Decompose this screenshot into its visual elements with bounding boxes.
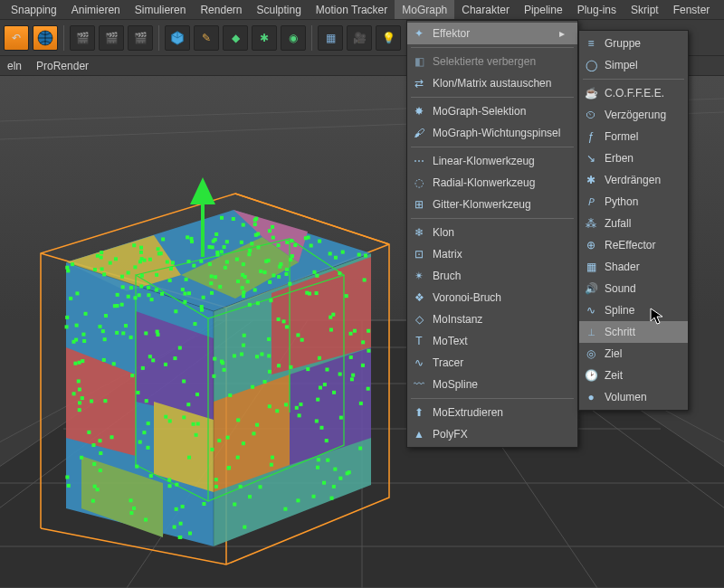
menu-item-voronoi-bruch[interactable]: ❖Voronoi-Bruch: [407, 287, 577, 308]
menu-item-ziel[interactable]: ◎Ziel: [579, 343, 688, 365]
menu-item-klon[interactable]: ❄Klon: [407, 222, 577, 243]
subtab-eln[interactable]: eln: [7, 60, 22, 72]
menu-item-selektierte-verbergen[interactable]: ◧Selektierte verbergen: [407, 51, 577, 72]
menu-item-mospline[interactable]: 〰MoSpline: [407, 374, 577, 395]
menu-item-radial-klonwerkzeug[interactable]: ◌Radial-Klonwerkzeug: [407, 172, 577, 194]
svg-rect-205: [233, 503, 236, 507]
tool-clapper-2[interactable]: 🎬: [99, 25, 124, 51]
svg-rect-242: [268, 229, 272, 232]
main-menubar: SnappingAnimierenSimulierenRendernSculpt…: [0, 0, 724, 20]
svg-rect-225: [144, 331, 148, 335]
simple-icon: ◯: [583, 57, 599, 73]
menu-snapping[interactable]: Snapping: [4, 0, 64, 19]
menu-item-motext[interactable]: TMoText: [407, 330, 577, 352]
svg-rect-232: [181, 288, 185, 291]
menu-plug-ins[interactable]: Plug-ins: [570, 0, 624, 19]
menu-item-tracer[interactable]: ∿Tracer: [407, 352, 577, 374]
swap-icon: ⇄: [411, 75, 427, 91]
svg-rect-115: [72, 392, 76, 395]
menu-item-gitter-klonwerkzeug[interactable]: ⊞Gitter-Klonwerkzeug: [407, 194, 577, 215]
menu-animieren[interactable]: Animieren: [64, 0, 128, 19]
svg-rect-113: [115, 331, 119, 335]
tool-floor[interactable]: ▦: [318, 25, 343, 51]
menu-item-label: Effektor: [433, 27, 470, 40]
subtab-prorender[interactable]: ProRender: [36, 60, 89, 72]
svg-rect-158: [248, 303, 252, 307]
tool-nurbs[interactable]: ◆: [223, 25, 248, 51]
svg-rect-239: [241, 286, 244, 289]
menu-item-sound[interactable]: 🔊Sound: [579, 278, 688, 299]
svg-rect-286: [182, 415, 186, 419]
menu-item-verz-gerung[interactable]: ⏲Verzögerung: [579, 104, 688, 126]
menu-item-volumen[interactable]: ●Volumen: [579, 386, 688, 408]
svg-rect-73: [247, 252, 251, 256]
svg-rect-45: [334, 256, 338, 260]
menu-item-python[interactable]: 𝘗Python: [579, 191, 688, 213]
menu-item-moinstanz[interactable]: ◇MoInstanz: [407, 308, 577, 330]
menu-item-gruppe[interactable]: ≡Gruppe: [579, 33, 688, 54]
svg-rect-276: [75, 291, 79, 295]
tool-globe[interactable]: [33, 25, 58, 51]
svg-rect-153: [236, 280, 240, 283]
menu-item-verdr-ngen[interactable]: ✱Verdrängen: [579, 169, 688, 191]
menu-item-label: Formel: [605, 130, 638, 143]
svg-rect-348: [100, 267, 104, 270]
menu-item-zufall[interactable]: ⁂Zufall: [579, 213, 688, 234]
menu-item-mograph-wichtungspinsel[interactable]: 🖌MoGraph-Wichtungspinsel: [407, 122, 577, 144]
svg-rect-337: [322, 481, 326, 485]
svg-rect-62: [248, 495, 252, 498]
svg-rect-181: [325, 367, 329, 371]
menu-simulieren[interactable]: Simulieren: [128, 0, 194, 19]
menu-item-linear-klonwerkzeug[interactable]: ⋯Linear-Klonwerkzeug: [407, 150, 577, 172]
menu-item-mograph-selektion[interactable]: ✸MoGraph-Selektion: [407, 100, 577, 122]
svg-rect-139: [167, 478, 171, 481]
menu-item-schritt[interactable]: ⟂Schritt: [579, 321, 688, 343]
tool-cube[interactable]: [165, 25, 190, 51]
svg-rect-67: [155, 289, 158, 292]
svg-rect-307: [236, 418, 240, 422]
menu-mograph[interactable]: MoGraph: [395, 0, 454, 19]
menu-item-reeffector[interactable]: ⊕ReEffector: [579, 234, 688, 256]
menu-motion tracker[interactable]: Motion Tracker: [309, 0, 395, 19]
menu-item-effektor[interactable]: ✦Effektor▸: [407, 23, 577, 44]
menu-item-shader[interactable]: ▦Shader: [579, 256, 688, 278]
tool-generator[interactable]: ✱: [252, 25, 277, 51]
menu-item-zeit[interactable]: 🕑Zeit: [579, 365, 688, 386]
svg-rect-129: [318, 356, 321, 360]
tool-undo[interactable]: ↶: [4, 25, 29, 51]
tool-camera[interactable]: 🎥: [347, 25, 372, 51]
target-icon: ◎: [583, 346, 599, 362]
menu-fenster[interactable]: Fenster: [666, 0, 718, 19]
menu-item-polyfx[interactable]: ▲PolyFX: [407, 423, 577, 445]
svg-rect-154: [361, 340, 365, 344]
menu-item-spline[interactable]: ∿Spline: [579, 299, 688, 321]
linear-icon: ⋯: [411, 153, 427, 169]
menu-skript[interactable]: Skript: [624, 0, 666, 19]
svg-rect-271: [242, 344, 245, 347]
menu-item-c-o-f-f-e-e-[interactable]: ☕C.O.F.F.E.E.: [579, 82, 688, 104]
tool-deformer[interactable]: ◉: [281, 25, 306, 51]
menu-item-formel[interactable]: ƒFormel: [579, 126, 688, 147]
svg-rect-333: [115, 304, 119, 308]
tool-clapper-3[interactable]: 🎬: [128, 25, 153, 51]
menu-item-matrix[interactable]: ⊡Matrix: [407, 243, 577, 265]
svg-rect-320: [367, 349, 370, 353]
menu-rendern[interactable]: Rendern: [193, 0, 249, 19]
menu-item-erben[interactable]: ↘Erben: [579, 147, 688, 169]
menu-item-bruch[interactable]: ✴Bruch: [407, 265, 577, 287]
svg-rect-192: [186, 235, 189, 239]
menu-pipeline[interactable]: Pipeline: [517, 0, 570, 19]
svg-rect-241: [168, 279, 172, 282]
tool-pen[interactable]: ✎: [194, 25, 219, 51]
svg-rect-243: [270, 463, 273, 467]
radial-icon: ◌: [411, 175, 427, 191]
menu-item-klon-matrix-austauschen[interactable]: ⇄Klon/Matrix austauschen: [407, 72, 577, 94]
menu-item-simpel[interactable]: ◯Simpel: [579, 54, 688, 76]
tool-clapper-1[interactable]: 🎬: [70, 25, 95, 51]
tool-light[interactable]: 💡: [376, 25, 401, 51]
svg-rect-202: [192, 422, 195, 426]
menu-item-moextrudieren[interactable]: ⬆MoExtrudieren: [407, 402, 577, 423]
svg-rect-138: [67, 484, 71, 488]
menu-charakter[interactable]: Charakter: [454, 0, 517, 19]
menu-sculpting[interactable]: Sculpting: [249, 0, 308, 19]
